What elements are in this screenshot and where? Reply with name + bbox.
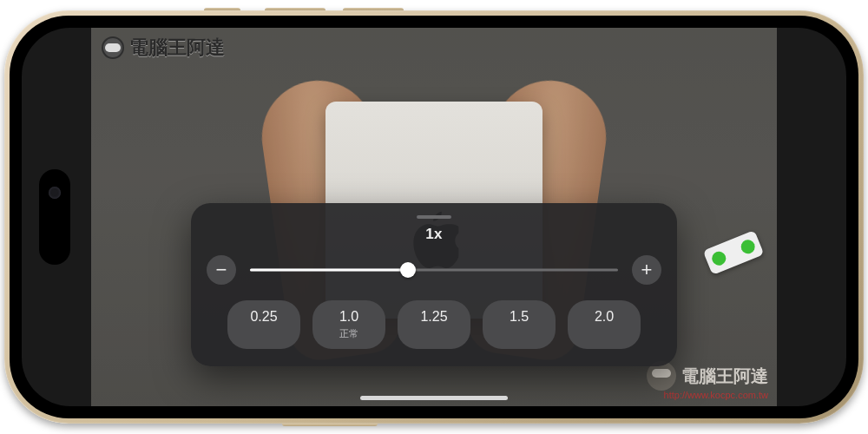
watermark-top-left: 電腦王阿達 — [102, 35, 225, 61]
speed-slider[interactable] — [250, 261, 618, 279]
speed-preset-2_0[interactable]: 2.0 — [568, 300, 641, 349]
playback-speed-panel: 1x − + 0.251.0正 — [191, 203, 677, 366]
speed-preset-0_25[interactable]: 0.25 — [227, 300, 300, 349]
speed-preset-1_0[interactable]: 1.0正常 — [312, 300, 385, 349]
slider-fill — [250, 269, 408, 272]
home-indicator[interactable] — [360, 396, 508, 400]
packaging-sticker — [703, 230, 765, 275]
preset-value: 0.25 — [250, 309, 277, 324]
dynamic-island — [39, 169, 70, 265]
phone-side-button — [282, 424, 378, 426]
current-speed-label: 1x — [207, 226, 661, 243]
sheet-grabber[interactable] — [417, 215, 451, 219]
speed-increase-button[interactable]: + — [632, 255, 661, 285]
channel-avatar-icon — [102, 36, 124, 59]
channel-name: 電腦王阿達 — [681, 367, 768, 385]
phone-volume-down-button — [343, 8, 404, 10]
watermark-bottom-right: 電腦王阿達 http://www.kocpc.com.tw — [647, 361, 768, 401]
preset-sublabel: 正常 — [312, 327, 385, 340]
speed-preset-1_5[interactable]: 1.5 — [483, 300, 556, 349]
slider-thumb[interactable] — [400, 262, 416, 278]
speed-preset-1_25[interactable]: 1.25 — [398, 300, 470, 349]
preset-value: 1.25 — [420, 309, 447, 324]
channel-name: 電腦王阿達 — [129, 35, 225, 61]
screen: 電腦王阿達 電腦王阿達 http://www.kocpc.com.tw 1x — [22, 28, 846, 406]
minus-icon: − — [216, 259, 227, 281]
speed-preset-row: 0.251.0正常1.251.52.0 — [207, 300, 661, 349]
phone-volume-up-button — [265, 8, 326, 10]
preset-value: 1.0 — [339, 309, 358, 324]
phone-frame: 電腦王阿達 電腦王阿達 http://www.kocpc.com.tw 1x — [4, 10, 864, 424]
preset-value: 1.5 — [510, 309, 529, 324]
speed-decrease-button[interactable]: − — [207, 255, 236, 285]
phone-action-button — [204, 8, 240, 10]
plus-icon: + — [641, 259, 653, 281]
channel-url: http://www.kocpc.com.tw — [647, 391, 768, 401]
video-viewport[interactable]: 電腦王阿達 電腦王阿達 http://www.kocpc.com.tw 1x — [91, 28, 777, 406]
preset-value: 2.0 — [595, 309, 614, 324]
